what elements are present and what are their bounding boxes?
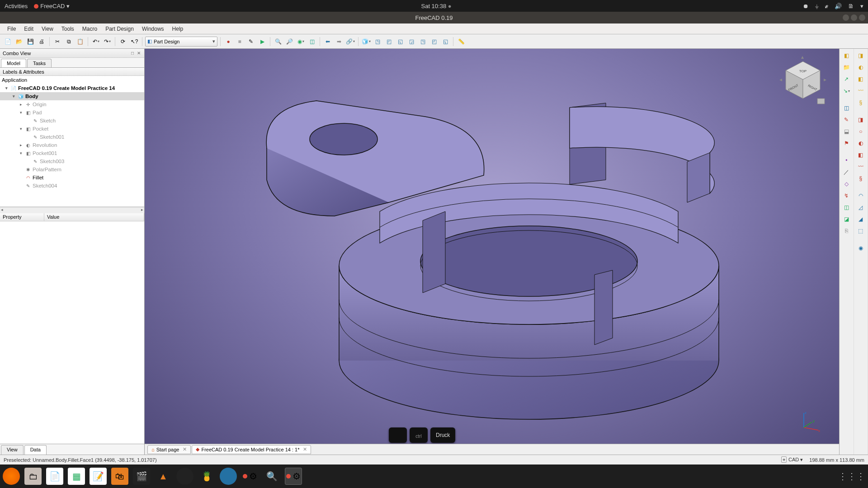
activities-button[interactable]: Activities — [5, 3, 28, 9]
draft-icon[interactable]: ◢ — [856, 214, 866, 224]
tree-item[interactable]: ▾◧Pocket001 — [0, 149, 144, 157]
menu-tools[interactable]: Tools — [58, 25, 78, 33]
dock-files-icon[interactable]: 🗀 — [24, 468, 42, 485]
window-minimize[interactable] — [843, 14, 849, 21]
link-icon[interactable]: 🔗 — [345, 37, 355, 47]
window-close[interactable] — [859, 14, 865, 21]
datum-point-icon[interactable]: • — [841, 155, 851, 165]
tree-item[interactable]: ▸✛Origin — [0, 100, 144, 108]
save-file-icon[interactable]: 💾 — [25, 37, 35, 47]
view-right-icon[interactable]: ◲ — [406, 37, 416, 47]
window-maximize[interactable] — [851, 14, 857, 21]
volume-icon[interactable]: 🔊 — [835, 3, 842, 9]
tree-item[interactable]: ▾◧Pocket — [0, 125, 144, 133]
undo-icon[interactable]: ↶ — [91, 37, 101, 47]
tree-application[interactable]: Application — [0, 76, 144, 84]
pad-icon[interactable]: ◨ — [856, 51, 866, 61]
tree-scrollbar[interactable] — [0, 207, 144, 213]
macro-play-icon[interactable]: ▶ — [257, 37, 267, 47]
whatsthis-icon[interactable]: ↖? — [129, 37, 139, 47]
3d-viewport[interactable]: TOP FRONT RIGHT ◂ ▸ ▴ z x y ctrl — [145, 49, 839, 444]
col-property[interactable]: Property — [0, 213, 44, 221]
redo-icon[interactable]: ↷ — [102, 37, 112, 47]
dock-freecad-icon[interactable]: ⚙ — [285, 468, 302, 485]
navigation-cube[interactable]: TOP FRONT RIGHT ◂ ▸ ▴ — [776, 53, 830, 108]
dock-video-icon[interactable]: 🎬 — [133, 468, 150, 485]
menu-file[interactable]: File — [4, 25, 19, 33]
property-grid[interactable] — [0, 221, 144, 444]
clone-icon[interactable]: ⎘ — [841, 226, 851, 236]
hole-icon[interactable]: ○ — [856, 127, 866, 136]
create-group-icon[interactable]: 📁 — [841, 62, 851, 72]
view-front-icon[interactable]: ◰ — [384, 37, 394, 47]
model-tree[interactable]: Application ▾📄FreeCAD 0.19 Create Model … — [0, 76, 144, 207]
view-rear-icon[interactable]: ◳ — [418, 37, 428, 47]
panel-float-icon[interactable]: □ — [130, 51, 135, 56]
tree-item[interactable]: ▾◧Pad — [0, 108, 144, 117]
print-icon[interactable]: 🖨 — [37, 37, 47, 47]
tree-item[interactable]: ✱PolarPattern — [0, 165, 144, 174]
shapebinder-icon[interactable]: ◫ — [841, 202, 851, 212]
thickness-icon[interactable]: ⬚ — [856, 226, 866, 236]
battery-icon[interactable]: 🗎 — [848, 3, 854, 9]
view-left-icon[interactable]: ◱ — [440, 37, 450, 47]
map-sketch-icon[interactable]: ⬓ — [841, 127, 851, 136]
paste-icon[interactable]: 📋 — [75, 37, 85, 47]
edit-sketch-icon[interactable]: ✎ — [841, 115, 851, 125]
fit-all-icon[interactable]: 🔍 — [273, 37, 283, 47]
fit-selection-icon[interactable]: 🔎 — [284, 37, 294, 47]
col-value[interactable]: Value — [44, 213, 144, 221]
sub-sweep-icon[interactable]: 〰 — [856, 162, 866, 172]
open-file-icon[interactable]: 📂 — [14, 37, 24, 47]
wifi-icon[interactable]: ⸙ — [825, 3, 828, 9]
tab-close-icon[interactable]: ✕ — [183, 446, 187, 452]
tab-tasks[interactable]: Tasks — [27, 59, 52, 67]
tree-item[interactable]: ▾🧊Body — [0, 92, 144, 100]
dock-software-icon[interactable]: 🛍 — [111, 468, 128, 485]
copy-icon[interactable]: ⧉ — [64, 37, 74, 47]
dock-pineapple-icon[interactable]: 🍍 — [198, 468, 215, 485]
view-top-icon[interactable]: ◱ — [395, 37, 405, 47]
tab-view[interactable]: View — [1, 445, 24, 455]
macro-record-icon[interactable]: ● — [223, 37, 233, 47]
macro-stop-icon[interactable]: ■ — [235, 37, 245, 47]
revolution-icon[interactable]: ◐ — [856, 62, 866, 72]
groove-icon[interactable]: ◐ — [856, 138, 866, 148]
cut-icon[interactable]: ✂ — [52, 37, 62, 47]
tree-item[interactable]: ▸◐Revolution — [0, 141, 144, 149]
fillet-icon[interactable]: ◠ — [856, 191, 866, 201]
boolean-icon[interactable]: ◉ — [856, 243, 866, 253]
tab-start-page[interactable]: ⌂ Start page ✕ — [147, 445, 191, 454]
sub-helix-icon[interactable]: § — [856, 174, 866, 183]
tab-model[interactable]: Model — [1, 59, 26, 67]
dock-kdenlive-icon[interactable] — [220, 468, 237, 485]
clock[interactable]: Sat 10:38 ● — [421, 3, 451, 9]
app-menu[interactable]: FreeCAD ▾ — [34, 3, 70, 9]
create-sketch-icon[interactable]: ◫ — [841, 103, 851, 113]
tab-document[interactable]: ◆ FreeCAD 0.19 Create Model Practice 14 … — [192, 445, 311, 454]
tree-item[interactable]: ✎Sketch — [0, 117, 144, 125]
network-icon[interactable]: ⏚ — [815, 3, 819, 9]
create-body-icon[interactable]: ◧ — [841, 51, 851, 61]
datum-line-icon[interactable]: ／ — [841, 167, 851, 177]
dock-firefox-icon[interactable] — [3, 468, 20, 485]
menu-help[interactable]: Help — [169, 25, 187, 33]
menu-view[interactable]: View — [38, 25, 57, 33]
import-icon[interactable]: ↘ — [841, 86, 851, 96]
datum-plane-icon[interactable]: ◇ — [841, 179, 851, 189]
view-iso-icon[interactable]: ◳ — [373, 37, 382, 47]
nav-style-button[interactable]: ⌖CAD ▾ — [781, 457, 803, 463]
tree-item[interactable]: ✎Sketch001 — [0, 133, 144, 141]
dock-obs-icon[interactable] — [176, 468, 193, 485]
tree-item[interactable]: ◠Fillet — [0, 174, 144, 182]
validate-sketch-icon[interactable]: ⚑ — [841, 138, 851, 148]
measure-icon[interactable]: 📏 — [456, 37, 466, 47]
dock-writer-icon[interactable]: 📄 — [46, 468, 63, 485]
tab-close-icon[interactable]: ✕ — [303, 446, 307, 452]
panel-close-icon[interactable]: ✕ — [136, 51, 142, 56]
tab-data[interactable]: Data — [24, 445, 47, 455]
tree-item[interactable]: ✎Sketch003 — [0, 157, 144, 165]
dock-vlc-icon[interactable]: ▲ — [155, 468, 172, 485]
dock-calc-icon[interactable]: ▦ — [68, 468, 85, 485]
pocket-icon[interactable]: ◨ — [856, 115, 866, 125]
